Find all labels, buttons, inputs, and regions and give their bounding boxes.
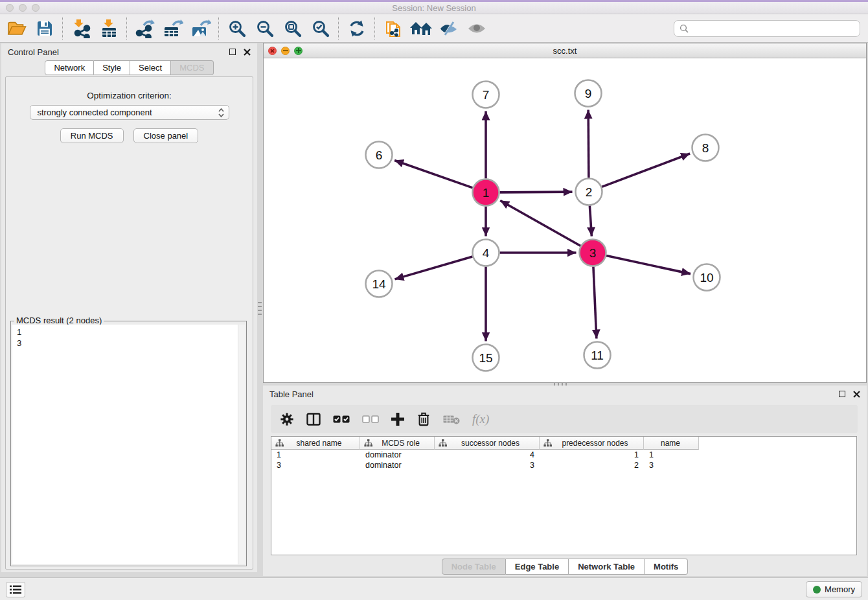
table-settings-button[interactable]	[280, 412, 294, 426]
column-type-icon	[543, 439, 552, 447]
export-image-button[interactable]	[187, 16, 214, 41]
window-title: Session: New Session	[0, 3, 868, 13]
eye-slash-icon	[439, 21, 459, 36]
graph-edge-1-6[interactable]	[394, 160, 473, 187]
export-network-button[interactable]	[131, 16, 159, 41]
split-panel-button[interactable]	[306, 413, 321, 426]
table-cell: 1	[540, 450, 644, 459]
optimization-criterion-label: Optimization criterion:	[6, 91, 253, 100]
memory-button[interactable]: Memory	[806, 581, 862, 597]
graph-edge-3-11[interactable]	[593, 266, 597, 338]
column-header-MCDS-role[interactable]: MCDS role	[360, 437, 435, 450]
tab-node-table[interactable]: Node Table	[442, 559, 506, 575]
application-window: Session: New Session	[0, 0, 868, 600]
zoom-out-button[interactable]	[251, 16, 279, 41]
close-panel-button[interactable]: Close panel	[133, 128, 199, 143]
eye-icon	[467, 21, 486, 36]
table-row[interactable]: 1dominator411	[271, 450, 856, 460]
delete-columns-button[interactable]	[417, 411, 431, 426]
graph-node-label: 6	[376, 148, 383, 162]
column-label: MCDS role	[372, 439, 434, 448]
memory-status-icon	[813, 586, 821, 594]
graph-node-label: 15	[479, 351, 492, 365]
tab-select[interactable]: Select	[130, 60, 171, 75]
column-header-name[interactable]: name	[644, 437, 699, 450]
table-cell: 1	[644, 450, 699, 459]
tab-edge-table[interactable]: Edge Table	[506, 559, 569, 575]
network-window-titlebar[interactable]: scc.txt	[264, 43, 866, 58]
refresh-view-button[interactable]	[343, 16, 371, 41]
delete-table-button[interactable]	[443, 414, 460, 424]
graph-edge-1-2[interactable]	[499, 192, 572, 192]
zoom-selected-button[interactable]	[306, 16, 334, 41]
graph-edge-3-1[interactable]	[500, 201, 580, 246]
column-header-predecessor-nodes[interactable]: predecessor nodes	[540, 437, 644, 450]
column-header-shared-name[interactable]: shared name	[271, 437, 360, 450]
graph-edge-3-10[interactable]	[606, 256, 691, 274]
vertical-splitter-grip[interactable]	[258, 302, 262, 316]
result-scrollbar[interactable]	[238, 325, 245, 564]
float-panel-icon[interactable]	[229, 49, 236, 55]
delete-table-icon	[443, 414, 460, 424]
control-panel-title: Control Panel	[8, 47, 59, 57]
graph-edge-2-9[interactable]	[588, 110, 589, 178]
graph-node-label: 14	[372, 277, 386, 291]
close-panel-icon[interactable]	[244, 49, 251, 56]
clone-network-button[interactable]	[379, 16, 407, 41]
save-session-button[interactable]	[30, 16, 58, 41]
zoom-fit-button[interactable]	[279, 16, 306, 41]
list-icon	[10, 585, 21, 594]
gear-icon	[280, 412, 294, 426]
tab-network-table[interactable]: Network Table	[569, 559, 645, 575]
table-toolbar: f(x)	[271, 405, 858, 433]
table-cell: 4	[435, 450, 540, 459]
search-field[interactable]	[674, 20, 860, 37]
show-eye-button[interactable]	[463, 16, 490, 41]
network-graph[interactable]: 7968124314101511	[264, 58, 866, 382]
zoom-in-button[interactable]	[223, 16, 251, 41]
tab-network[interactable]: Network	[45, 60, 94, 75]
float-panel-icon[interactable]	[839, 391, 845, 397]
table-cell: 3	[271, 461, 360, 470]
memory-label: Memory	[825, 584, 855, 594]
add-column-button[interactable]	[391, 413, 404, 426]
status-bar: Memory	[0, 577, 868, 600]
function-builder-button[interactable]: f(x)	[472, 412, 489, 426]
table-cell: dominator	[360, 461, 435, 470]
graph-edge-2-3[interactable]	[589, 205, 591, 236]
graph-edge-4-14[interactable]	[394, 257, 472, 279]
hide-eye-button[interactable]	[435, 16, 463, 41]
close-panel-icon[interactable]	[853, 391, 860, 398]
select-all-icon	[333, 415, 350, 423]
home-button[interactable]	[407, 16, 435, 41]
mcds-panel: Optimization criterion: strongly connect…	[5, 76, 253, 570]
task-history-button[interactable]	[6, 582, 25, 597]
deselect-all-button[interactable]	[362, 415, 379, 423]
mcds-result-list[interactable]: 13	[12, 325, 245, 564]
import-network-button[interactable]	[67, 16, 95, 41]
zoom-fit-icon	[284, 19, 302, 38]
table-cell: 3	[435, 461, 540, 470]
node-table[interactable]: shared name MCDS role successor nodes pr…	[271, 436, 857, 555]
import-table-button[interactable]	[95, 16, 122, 41]
network-window-title: scc.txt	[264, 46, 866, 56]
network-canvas[interactable]: 7968124314101511	[264, 58, 866, 382]
tab-motifs[interactable]: Motifs	[645, 559, 688, 575]
window-titlebar: Session: New Session	[0, 0, 868, 14]
search-input[interactable]	[692, 23, 854, 33]
mcds-result-title: MCDS result (2 nodes)	[14, 316, 104, 325]
tab-style[interactable]: Style	[94, 60, 130, 75]
export-table-icon	[163, 19, 183, 38]
graph-edge-2-8[interactable]	[602, 154, 690, 187]
run-mcds-button[interactable]: Run MCDS	[60, 128, 124, 143]
column-label: successor nodes	[447, 439, 539, 448]
column-header-successor-nodes[interactable]: successor nodes	[435, 437, 540, 450]
tab-mcds[interactable]: MCDS	[171, 60, 213, 75]
open-folder-icon	[7, 20, 27, 37]
export-table-button[interactable]	[159, 16, 187, 41]
table-row[interactable]: 3dominator323	[271, 460, 856, 470]
column-label: predecessor nodes	[552, 439, 643, 448]
criterion-select[interactable]: strongly connected component	[30, 105, 229, 120]
open-file-button[interactable]	[3, 16, 30, 41]
select-all-button[interactable]	[333, 415, 350, 423]
